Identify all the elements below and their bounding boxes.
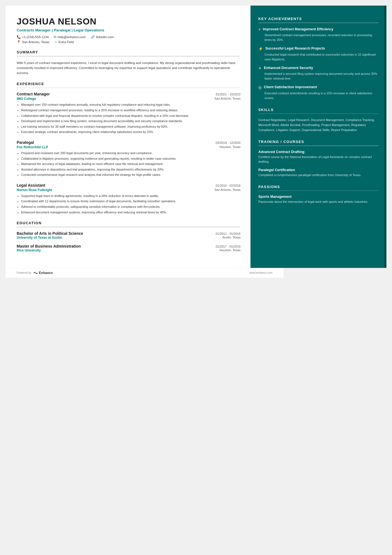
job-3-bullet-2: Coordinated with 12 departments to ensur… xyxy=(21,199,240,204)
summary-text: With 5 years of contract management expe… xyxy=(17,60,240,76)
job-3-header: Legal Assistant 01/2016 - 02/2018 xyxy=(17,183,240,188)
job-1-header: Contract Manager 01/2021 - 10/2023 xyxy=(17,92,240,96)
achievement-2: ⚡ Successful Legal Research Projects Con… xyxy=(258,46,379,62)
job-2-location: Houston, Texas xyxy=(220,145,241,149)
achievement-1: ♥ Improved Contract Management Efficienc… xyxy=(258,27,379,43)
powered-by-label: Powered by xyxy=(17,271,31,274)
job-1-location: San Antonio, Texas xyxy=(214,97,240,101)
job-2-header: Paralegal 03/2018 - 12/2020 xyxy=(17,140,240,145)
location-icon: 📍 xyxy=(17,40,21,44)
experience-title: EXPERIENCE xyxy=(17,82,240,86)
key-achievements-divider xyxy=(258,23,379,23)
edu-1-school-row: University of Texas at Austin Austin, Te… xyxy=(17,236,240,240)
key-achievements-section: KEY ACHIEVEMENTS ♥ Improved Contract Man… xyxy=(258,17,379,100)
training-2-title: Paralegal Certification xyxy=(258,168,379,172)
job-1: Contract Manager 01/2021 - 10/2023 IMG C… xyxy=(17,92,240,135)
job-1-bullet-3: Collaborated with legal and financial de… xyxy=(21,114,240,119)
job-2-bullet-1: Prepared and reviewed over 200 legal doc… xyxy=(21,151,240,156)
achievement-4-header: ◎ Client Satisfaction Improvement xyxy=(258,85,379,90)
training-1: Advanced Contract Drafting Certified cou… xyxy=(258,150,379,164)
education-divider xyxy=(17,227,240,227)
resume-header: JOSHUA NELSON Contracts Manager | Parale… xyxy=(17,17,240,44)
experience-divider xyxy=(17,88,240,88)
summary-title: SUMMARY xyxy=(17,50,240,54)
job-3-title: Legal Assistant xyxy=(17,183,45,188)
extra-item: ☆ Extra Field xyxy=(54,40,74,44)
job-2-bullet-4: Assisted attorneys in depositions and tr… xyxy=(21,167,240,172)
title-contracts-manager: Contracts Manager xyxy=(17,28,51,32)
left-column: JOSHUA NELSON Contracts Manager | Parale… xyxy=(6,6,250,268)
job-2: Paralegal 03/2018 - 12/2020 Fox Rothschi… xyxy=(17,140,240,177)
training-1-title: Advanced Contract Drafting xyxy=(258,150,379,154)
summary-section: SUMMARY With 5 years of contract managem… xyxy=(17,50,240,76)
achievement-4: ◎ Client Satisfaction Improvement Execut… xyxy=(258,85,379,100)
job-1-date: 01/2021 - 10/2023 xyxy=(216,93,240,96)
job-3-company: Norton Rose Fulbright xyxy=(17,188,52,192)
training-2-desc: Completed a comprehensive paralegal cert… xyxy=(258,173,379,177)
achievement-2-header: ⚡ Successful Legal Research Projects xyxy=(258,46,379,51)
brand-name: Enhancv xyxy=(39,271,53,275)
achievement-3-icon: ✦ xyxy=(258,66,262,70)
edu-2-location: Houston, Texas xyxy=(220,248,241,252)
right-column-wrap: KEY ACHIEVEMENTS ♥ Improved Contract Man… xyxy=(250,6,386,268)
extra-field: Extra Field xyxy=(58,40,74,44)
job-3-date: 01/2016 - 02/2018 xyxy=(216,184,240,187)
education-section: EDUCATION Bachelor of Arts in Political … xyxy=(17,221,240,252)
job-1-company-row: IMG College San Antonio, Texas xyxy=(17,97,240,101)
job-1-company: IMG College xyxy=(17,97,36,101)
job-1-bullet-1: Managed over 150 contract negotiations a… xyxy=(21,102,240,107)
achievement-1-desc: Streamlined contract management processe… xyxy=(264,33,379,42)
phone-item: 📞 +1-(234)-555-1234 xyxy=(17,35,49,39)
passions-title: PASSIONS xyxy=(258,185,379,189)
skills-section: SKILLS Contract Negotiation, Legal Resea… xyxy=(258,108,379,132)
candidate-titles: Contracts Manager | Paralegal | Legal Op… xyxy=(17,28,240,32)
job-3-bullet-3: Adhered to confidentiality protocols, sa… xyxy=(21,204,240,209)
footer-url: www.enhancv.com xyxy=(249,271,272,274)
achievement-3-title: Enhanced Document Security xyxy=(264,66,313,71)
achievement-4-title: Client Satisfaction Improvement xyxy=(264,85,317,90)
location-text: San Antonio, Texas xyxy=(22,40,49,44)
achievement-1-icon: ♥ xyxy=(258,27,260,32)
phone-number: +1-(234)-555-1234 xyxy=(22,35,49,39)
location-item: 📍 San Antonio, Texas xyxy=(17,40,49,44)
passion-1-title: Sports Management xyxy=(258,195,379,199)
skills-divider xyxy=(258,114,379,114)
job-2-company: Fox Rothschild LLP xyxy=(17,145,48,149)
achievement-2-desc: Conducted legal research that contribute… xyxy=(264,52,379,62)
achievement-4-icon: ◎ xyxy=(258,85,262,90)
candidate-name: JOSHUA NELSON xyxy=(17,17,240,26)
edu-2-header: Master of Business Administration 01/201… xyxy=(17,244,240,248)
passions-section: PASSIONS Sports Management Passionate ab… xyxy=(258,185,379,204)
job-2-company-row: Fox Rothschild LLP Houston, Texas xyxy=(17,145,240,149)
title-legal-operations: Legal Operations xyxy=(74,28,104,32)
experience-section: EXPERIENCE Contract Manager 01/2021 - 10… xyxy=(17,82,240,215)
job-2-bullet-3: Maintained the accuracy of legal databas… xyxy=(21,162,240,167)
passions-divider xyxy=(258,191,379,191)
right-column: KEY ACHIEVEMENTS ♥ Improved Contract Man… xyxy=(250,6,386,223)
key-achievements-title: KEY ACHIEVEMENTS xyxy=(258,17,379,21)
job-2-bullet-2: Collaborated in litigation processes, or… xyxy=(21,156,240,161)
title-paralegal: Paralegal xyxy=(54,28,71,32)
job-1-bullets: Managed over 150 contract negotiations a… xyxy=(17,102,240,135)
edu-1-header: Bachelor of Arts in Political Science 01… xyxy=(17,231,240,236)
job-3-location: San Antonio, Texas xyxy=(214,188,240,192)
accent-bar xyxy=(384,6,386,268)
job-1-title: Contract Manager xyxy=(17,92,50,96)
job-2-bullets: Prepared and reviewed over 200 legal doc… xyxy=(17,151,240,177)
edu-2-school-row: Rice University Houston, Texas xyxy=(17,248,240,252)
job-1-bullet-5: Led training sessions for 30 staff membe… xyxy=(21,124,240,129)
email-address: help@enhancv.com xyxy=(58,35,86,39)
edu-1-location: Austin, Texas xyxy=(222,236,240,240)
job-1-bullet-4: Developed and implemented a new filing s… xyxy=(21,119,240,124)
passion-1-desc: Passionate about the intersection of leg… xyxy=(258,199,379,204)
linkedin-url: linkedin.com xyxy=(96,35,114,39)
skills-text: Contract Negotiation, Legal Research, Do… xyxy=(258,118,379,132)
footer: Powered by Enhancv www.enhancv.com xyxy=(6,268,284,278)
email-item: ✉ help@enhancv.com xyxy=(54,35,86,39)
training-title: TRAINING / COURSES xyxy=(258,140,379,144)
star-icon: ☆ xyxy=(54,40,57,44)
enhancv-logo: Enhancv xyxy=(33,271,53,275)
training-2: Paralegal Certification Completed a comp… xyxy=(258,168,379,177)
job-1-bullet-6: Executed strategic contract amendments, … xyxy=(21,130,240,135)
achievement-4-desc: Executed contract amendments resulting i… xyxy=(264,91,379,100)
